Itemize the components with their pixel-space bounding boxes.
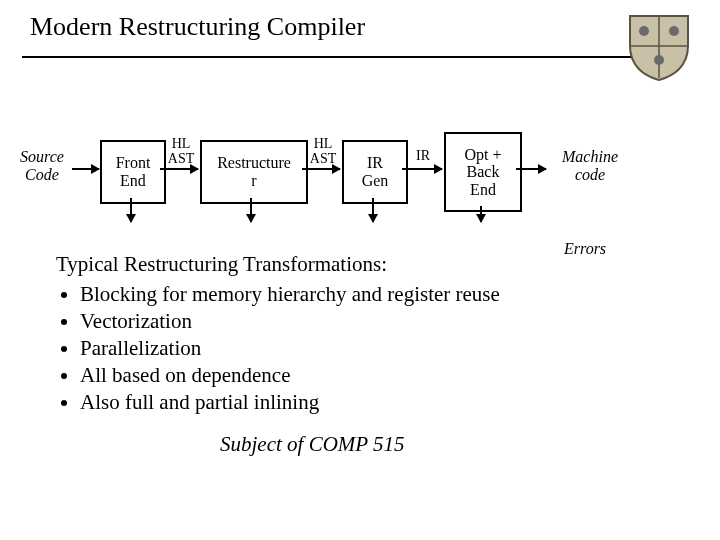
slide: Modern Restructuring Compiler Source Cod… <box>0 0 720 540</box>
list-item: Parallelization <box>80 336 616 361</box>
arrow-err-1 <box>130 198 132 222</box>
arrow-err-3 <box>372 198 374 222</box>
arrow-in <box>72 168 99 170</box>
list-item: Also full and partial inlining <box>80 390 616 415</box>
crest-icon <box>628 12 690 82</box>
svg-point-4 <box>654 55 664 65</box>
stage-front-end: Front End <box>100 140 166 204</box>
list-item: Vectorization <box>80 309 616 334</box>
arrow-err-2 <box>250 198 252 222</box>
body-lead: Typical Restructuring Transformations: <box>56 252 387 277</box>
edge-label-hlast2: HL AST <box>304 136 342 167</box>
stage-restructurer: Restructure r <box>200 140 308 204</box>
errors-label: Errors <box>564 240 606 258</box>
footer-note: Subject of COMP 515 <box>220 432 405 457</box>
page-title: Modern Restructuring Compiler <box>30 12 365 42</box>
input-label: Source Code <box>10 148 74 183</box>
arrow-2 <box>302 168 340 170</box>
list-item: All based on dependence <box>80 363 616 388</box>
title-rule <box>22 56 646 58</box>
arrow-1 <box>160 168 198 170</box>
bullet-list: Blocking for memory hierarchy and regist… <box>56 280 616 417</box>
arrow-3 <box>402 168 442 170</box>
list-item: Blocking for memory hierarchy and regist… <box>80 282 616 307</box>
arrow-out <box>516 168 546 170</box>
svg-point-2 <box>639 26 649 36</box>
output-label: Machine code <box>550 148 630 183</box>
stage-ir-gen: IR Gen <box>342 140 408 204</box>
edge-label-hlast1: HL AST <box>162 136 200 167</box>
arrow-err-4 <box>480 206 482 222</box>
svg-point-3 <box>669 26 679 36</box>
stage-backend: Opt + Back End <box>444 132 522 212</box>
edge-label-ir: IR <box>410 148 436 163</box>
